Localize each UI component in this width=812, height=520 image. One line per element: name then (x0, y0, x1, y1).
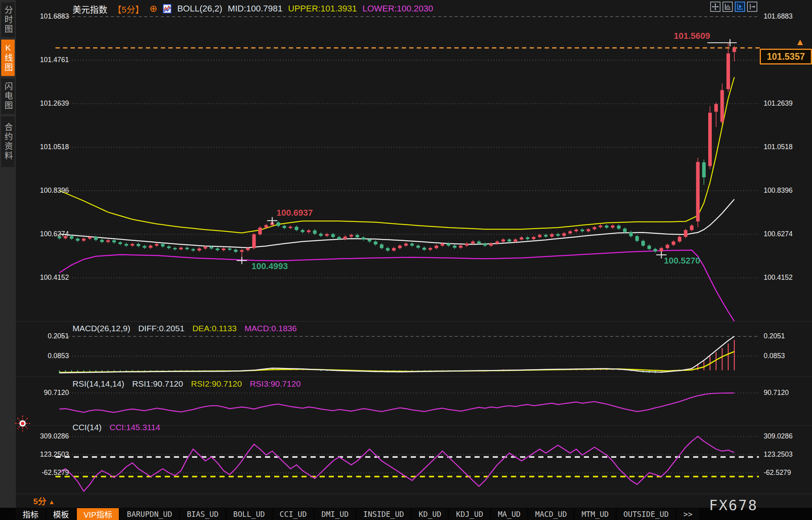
rsi1-value: RSI1:90.7120 (132, 379, 183, 389)
rsi-panel-header: RSI(14,14,14) RSI1:90.7120 RSI2:90.7120 … (72, 379, 301, 389)
price-axis-left-5: 100.6274 (16, 230, 69, 238)
cci-axis-right-1: 123.2503 (764, 450, 793, 459)
macd-macd-value: MACD:0.1836 (244, 324, 297, 333)
price-axis-left-4: 100.8396 (16, 186, 69, 195)
brand-watermark: FX678 (709, 497, 758, 513)
macd-axis-right-1: 0.0853 (764, 352, 785, 360)
indicator-tab-insideud[interactable]: INSIDE_UD (356, 508, 411, 520)
rsi2-value: RSI2:90.7120 (191, 379, 242, 389)
symbol-title: 美元指数 (72, 2, 107, 15)
chart-header: 美元指数 【5分】 ⊕ BOLL(26,2) MID:100.7981 UPPE… (72, 2, 433, 15)
indicator-tab-kdjud[interactable]: KDJ_UD (449, 508, 490, 520)
cci-axis-right-0: 309.0286 (764, 432, 793, 440)
price-axis-right-0: 101.6883 (764, 12, 793, 21)
boll-lower-value: LOWER:100.2030 (362, 4, 433, 14)
shift-right-button[interactable] (747, 2, 757, 12)
swing-low-left-label: 100.4993 (252, 261, 288, 271)
price-axis-left-6: 100.4152 (16, 273, 69, 282)
mini-chart-icon[interactable] (163, 4, 172, 13)
cci-axis-left-1: 123.2503 (16, 450, 69, 459)
rsi-axis-right-0: 90.7120 (764, 389, 789, 397)
price-axis-right-2: 101.2639 (764, 99, 793, 108)
price-axis-left-2: 101.2639 (16, 99, 69, 108)
footer-period-indicator[interactable]: 5分 ▲ (33, 495, 55, 507)
cci-value: CCI:145.3114 (110, 423, 160, 432)
price-axis-right-5: 100.6274 (764, 230, 793, 238)
indicator-tab-mtmud[interactable]: MTM_UD (575, 508, 616, 520)
macd-axis-left-1: 0.0853 (16, 352, 69, 360)
macd-axis-left-0: 0.2051 (16, 332, 69, 340)
indicator-tab-outsideud[interactable]: OUTSIDE_UD (617, 508, 675, 520)
pan-crosshair-button[interactable] (710, 2, 721, 12)
trading-terminal: 分时图K线图闪电图合约资料 美元指数 【5分】 ⊕ BOLL(26,2) MID… (0, 0, 812, 520)
indicator-tab-cciud[interactable]: CCI_UD (273, 508, 314, 520)
boll-mid-value: MID:100.7981 (228, 4, 282, 14)
macd-title: MACD(26,12,9) (72, 324, 130, 333)
chart-type-sidebar: 分时图K线图闪电图合约资料 (0, 0, 16, 508)
add-indicator-icon[interactable]: ⊕ (149, 4, 157, 13)
macd-diff-value: DIFF:0.2051 (138, 324, 185, 333)
rsi-axis-left-0: 90.7120 (16, 389, 69, 397)
sidebar-tab-3[interactable]: 闪电图 (1, 78, 15, 114)
indicator-tab-maud[interactable]: MA_UD (491, 508, 527, 520)
indicator-tab-[interactable]: 指标 (16, 508, 45, 520)
indicator-tab-[interactable]: 模板 (46, 508, 76, 520)
period-selector[interactable]: 【5分】 (113, 2, 144, 15)
swing-high-label: 100.6937 (276, 208, 313, 218)
cci-axis-right-2: -62.5279 (764, 469, 791, 477)
indicator-tab-dmiud[interactable]: DMI_UD (315, 508, 355, 520)
price-axis-right-4: 100.8396 (764, 186, 793, 195)
price-axis-left-1: 101.4761 (16, 56, 69, 64)
current-price-tag: 101.5357 (760, 49, 812, 65)
indicator-tab-barupdnud[interactable]: BARUPDN_UD (120, 508, 179, 520)
macd-panel-header: MACD(26,12,9) DIFF:0.2051 DEA:0.1133 MAC… (72, 324, 297, 333)
indicator-tab-bar: 指标模板VIP指标BARUPDN_UDBIAS_UDBOLL_UDCCI_UDD… (16, 508, 699, 520)
cci-axis-left-2: -62.5279 (16, 469, 69, 477)
indicator-tab-bollud[interactable]: BOLL_UD (227, 508, 272, 520)
price-axis-right-3: 101.0518 (764, 143, 793, 151)
indicator-tab-kdud[interactable]: KD_UD (412, 508, 448, 520)
price-up-arrow-icon: ▲ (795, 36, 805, 47)
indicator-tab-macdud[interactable]: MACD_UD (528, 508, 574, 520)
boll-params-label: BOLL(26,2) (177, 4, 222, 14)
alert-sun-icon[interactable] (14, 415, 31, 434)
high-price-label: 101.5609 (674, 31, 710, 41)
auto-play-button[interactable] (735, 2, 745, 12)
macd-axis-right-0: 0.2051 (764, 332, 785, 340)
cci-title: CCI(14) (72, 423, 102, 432)
macd-dea-value: DEA:0.1133 (193, 324, 237, 333)
swing-low-right-label: 100.5270 (664, 256, 700, 266)
rsi-title: RSI(14,14,14) (72, 379, 124, 389)
boll-upper-value: UPPER:101.3931 (288, 4, 357, 14)
indicator-tab->>[interactable]: >> (677, 508, 699, 520)
price-axis-right-6: 100.4152 (764, 273, 793, 282)
axis-range-button[interactable] (722, 2, 733, 12)
rsi3-value: RSI3:90.7120 (250, 379, 301, 389)
sidebar-tab-2[interactable]: K线图 (1, 40, 15, 76)
sidebar-tab-1[interactable]: 分时图 (1, 2, 15, 37)
indicator-tab-biasud[interactable]: BIAS_UD (180, 508, 225, 520)
chart-toolbar (710, 2, 757, 12)
sidebar-tab-4[interactable]: 合约资料 (1, 116, 15, 167)
price-axis-left-3: 101.0518 (16, 143, 69, 151)
period-up-arrow-icon: ▲ (49, 499, 55, 505)
indicator-tab-vip[interactable]: VIP指标 (77, 508, 119, 520)
cci-panel-header: CCI(14) CCI:145.3114 (72, 423, 160, 432)
price-axis-left-0: 101.6883 (16, 12, 69, 21)
